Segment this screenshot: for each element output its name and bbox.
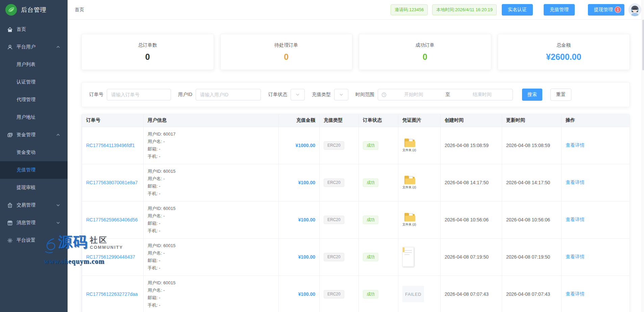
email-line: 邮箱: - (148, 220, 274, 227)
stat-card-pending-orders: 待处理订单 0 (220, 34, 353, 70)
recharge-management-button[interactable]: 充值管理 (544, 4, 575, 16)
col-updated: 更新时间 (502, 114, 562, 127)
order-status-select[interactable] (291, 89, 305, 100)
voucher-caption: 文件夹 (2) (402, 185, 424, 190)
sidebar-item-label: 认证管理 (17, 79, 35, 85)
recharge-type-tag: ERC20 (324, 253, 344, 261)
sidebar-item-label: 资金管理 (17, 132, 35, 138)
folder-icon (404, 139, 417, 147)
status-badge: 成功 (363, 141, 378, 150)
realname-auth-button[interactable]: 实名认证 (502, 4, 533, 16)
username-line: 用户名: - (148, 287, 274, 294)
search-button[interactable]: 搜索 (522, 89, 542, 101)
stat-card-success-orders: 成功订单 0 (359, 34, 491, 70)
amount-value: ¥100.00 (298, 180, 315, 185)
amount-value: ¥100.00 (298, 254, 315, 260)
col-actions: 操作 (562, 114, 630, 127)
stats-cards: 总订单数 0 待处理订单 0 成功订单 0 总金额 ¥2600.00 (81, 34, 630, 70)
stat-label: 待处理订单 (274, 42, 298, 48)
reset-button[interactable]: 重置 (550, 89, 571, 101)
topbar-right: 邀请码:123456 本地时间:2026/4/11 16:20:19 实名认证 … (391, 3, 644, 16)
clock-icon (381, 92, 387, 97)
order-no-input[interactable] (107, 89, 171, 100)
voucher-image[interactable]: 文件夹 (2) (402, 176, 424, 190)
sidebar-item-user-address[interactable]: 用户地址 (0, 109, 68, 126)
sidebar-item-platform-users[interactable]: 平台用户 (0, 38, 68, 56)
chevron-down-icon (56, 203, 60, 207)
email-line: 邮箱: - (148, 183, 274, 190)
order-no-label: 订单号 (89, 92, 103, 98)
voucher-image[interactable]: 文件夹 (2) (402, 139, 424, 152)
time-range-label: 时间范围 (355, 92, 374, 98)
table-row: RC1775641139496fdf1 用户ID: 60017 用户名: - 邮… (82, 127, 630, 164)
phone-line: 手机: - (148, 302, 274, 309)
sidebar-item-funds-management[interactable]: 资金管理 (0, 126, 68, 144)
sidebar-item-label: 用户地址 (17, 114, 35, 120)
order-no-link[interactable]: RC1775638070081e8a7 (86, 180, 138, 185)
table-row: RC17756122632727daa 用户ID: 60015 用户名: - 邮… (82, 275, 630, 312)
view-details-link[interactable]: 查看详情 (566, 142, 585, 148)
created-time: 2026-04-08 10:56:06 (441, 201, 502, 238)
voucher-image[interactable] (402, 247, 414, 267)
stat-card-total-amount: 总金额 ¥2600.00 (498, 34, 630, 70)
recharge-type-tag: ERC20 (324, 216, 344, 224)
amount-value: ¥100.00 (298, 217, 315, 222)
user-info-cell: 用户ID: 60015 用户名: - 邮箱: - 手机: - (144, 201, 279, 238)
sidebar-item-auth-management[interactable]: 认证管理 (0, 73, 68, 91)
order-no-link[interactable]: RC17756259663406d56 (86, 217, 138, 222)
sidebar: 后台管理 首页 平台用户 用户列表 认证管理 代理管理 用户地址 资金管理 (0, 0, 68, 312)
sidebar-item-home[interactable]: 首页 (0, 21, 68, 38)
sidebar-item-funds-change[interactable]: 资金变动 (0, 144, 68, 161)
view-details-link[interactable]: 查看详情 (566, 217, 585, 222)
col-user-info: 用户信息 (144, 114, 279, 127)
breadcrumb[interactable]: 首页 (75, 7, 84, 13)
scrollbar-track[interactable] (642, 0, 644, 312)
voucher-image[interactable]: 文件夹 (2) (402, 213, 424, 227)
user-avatar[interactable] (628, 3, 641, 16)
sidebar-item-withdraw-review[interactable]: 提现审核 (0, 179, 68, 196)
recharge-type-select[interactable] (334, 89, 348, 100)
folder-icon (404, 213, 417, 222)
status-badge: 成功 (363, 290, 378, 298)
end-time-placeholder: 结束时间 (455, 92, 510, 98)
orders-table: 订单号 用户信息 充值金额 充值类型 订单状态 凭证图片 创建时间 更新时间 操… (82, 114, 630, 312)
stat-value: 0 (423, 52, 427, 62)
order-no-link[interactable]: RC1775641139496fdf1 (86, 143, 135, 148)
user-info-cell: 用户ID: 60017 用户名: - 邮箱: - 手机: - (144, 127, 279, 164)
amount-value: ¥1000.00 (296, 143, 315, 148)
view-details-link[interactable]: 查看详情 (566, 179, 585, 185)
order-no-link[interactable]: RC17756122632727daa (86, 291, 138, 297)
created-time: 2026-04-08 15:08:59 (441, 127, 502, 164)
withdraw-management-button[interactable]: 提现管理 1 (588, 4, 624, 16)
sidebar-item-recharge-management[interactable]: 充值管理 (0, 161, 68, 179)
topbar: 首页 邀请码:123456 本地时间:2026/4/11 16:20:19 实名… (68, 0, 644, 20)
order-status-label: 订单状态 (268, 92, 287, 98)
sidebar-item-label: 消息管理 (17, 220, 35, 226)
sidebar-item-label: 资金变动 (17, 149, 35, 155)
voucher-caption: 文件夹 (2) (402, 222, 424, 227)
email-line: 邮箱: - (148, 145, 274, 153)
phone-line: 手机: - (148, 264, 274, 272)
sidebar-item-user-list[interactable]: 用户列表 (0, 56, 68, 73)
user-id-line: 用户ID: 60015 (148, 205, 274, 212)
col-voucher: 凭证图片 (398, 114, 441, 127)
time-range-picker[interactable]: 开始时间 至 结束时间 (378, 89, 513, 100)
sidebar-item-message-management[interactable]: 消息管理 (0, 214, 68, 232)
order-no-link[interactable]: RC1775612990448437 (86, 254, 135, 260)
button-label: 实名认证 (508, 7, 527, 13)
range-separator: 至 (441, 92, 455, 98)
status-badge: 成功 (363, 216, 378, 224)
sidebar-item-platform-settings[interactable]: 平台设置 (0, 232, 68, 249)
email-line: 邮箱: - (148, 294, 274, 302)
view-details-link[interactable]: 查看详情 (566, 291, 585, 296)
voucher-image-failed: FAILED (402, 286, 424, 302)
view-details-link[interactable]: 查看详情 (566, 254, 585, 259)
user-id-input[interactable] (196, 89, 261, 100)
scrollbar-thumb[interactable] (642, 20, 644, 70)
recharge-type-tag: ERC20 (324, 141, 344, 150)
sidebar-item-trade-management[interactable]: 交易管理 (0, 196, 68, 214)
updated-time: 2026-04-08 14:17:50 (502, 164, 562, 201)
sidebar-item-agent-management[interactable]: 代理管理 (0, 91, 68, 109)
recharge-type-tag: ERC20 (324, 178, 344, 187)
updated-time: 2026-04-08 07:19:50 (502, 238, 562, 275)
